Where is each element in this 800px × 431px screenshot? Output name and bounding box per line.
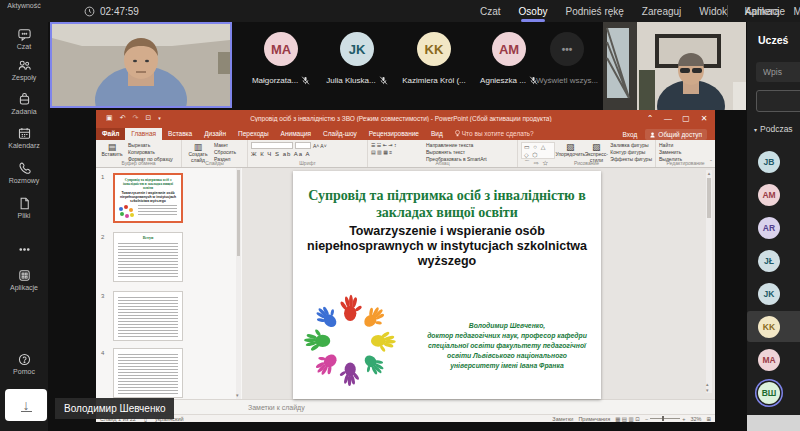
restore-icon[interactable]: ▢ — [677, 114, 695, 123]
start-slideshow-icon[interactable]: ⊡ — [145, 114, 151, 122]
redo-icon[interactable]: ↷ — [133, 114, 139, 122]
save-icon[interactable]: ▣ — [106, 114, 113, 122]
participant-row[interactable]: AM — [747, 179, 800, 210]
zoom-out-icon[interactable]: − — [645, 416, 648, 422]
toolbar-view[interactable]: Widok — [699, 3, 727, 20]
sidebar-item-files[interactable]: Pliki — [0, 196, 48, 219]
participant-tile[interactable]: JK Julia Kluska... — [322, 32, 392, 85]
view-all-tile[interactable]: ••• Wyświetl wszys... — [532, 32, 602, 85]
participant-row[interactable]: MA — [747, 344, 800, 375]
ppt-tab-insert[interactable]: Вставка — [162, 128, 198, 140]
find-button[interactable]: Найти — [659, 142, 682, 148]
video-tile-speaker[interactable] — [50, 22, 232, 108]
ribbon-options-icon[interactable]: ⌃ — [641, 114, 659, 123]
font-size-box[interactable] — [295, 142, 311, 149]
font-style-buttons[interactable]: Ж К Ч S ab Aa A — [251, 151, 364, 157]
copy-button[interactable]: Копировать — [128, 149, 173, 155]
sidebar-item-chat[interactable]: Czat — [0, 27, 48, 50]
ppt-tell-me[interactable]: Что вы хотите сделать? — [449, 128, 540, 140]
participant-row-selected[interactable]: KK — [747, 311, 800, 342]
ppt-tab-home[interactable]: Главная — [125, 128, 162, 140]
paste-button[interactable]: ▤Вставить — [99, 142, 125, 159]
ppt-tab-file[interactable]: Файл — [96, 128, 125, 140]
sidebar-more-button[interactable] — [0, 242, 48, 257]
toolbar-camera[interactable]: Kamera — [744, 3, 779, 20]
sidebar-item-activity[interactable]: Aktywność — [0, 2, 48, 9]
participant-tile[interactable]: MA Małgorzata... — [246, 32, 316, 85]
participant-row[interactable]: AR — [747, 212, 800, 243]
shape-fill-button[interactable]: Заливка фигуры — [610, 142, 652, 148]
comments-toggle[interactable]: Примечания — [578, 416, 610, 422]
ppt-tab-review[interactable]: Рецензирование — [363, 128, 425, 140]
toolbar-raise-hand[interactable]: Podnieś rękę — [565, 3, 623, 20]
minimize-icon[interactable]: — — [659, 114, 677, 123]
ppt-tab-slideshow[interactable]: Слайд-шоу — [317, 128, 363, 140]
participant-row[interactable]: JB — [747, 146, 800, 177]
toolbar-people[interactable]: Osoby — [519, 3, 548, 20]
zoom-control[interactable]: − + — [645, 416, 685, 422]
close-icon[interactable]: ✕ — [695, 114, 713, 123]
alignment-icons[interactable]: ▤ ▥ ▦ ≡ — [371, 149, 423, 155]
in-meeting-section-header[interactable]: ▾ Podczas — [754, 124, 793, 134]
ppt-tab-design[interactable]: Дизайн — [198, 128, 232, 140]
slide-thumbnail-3[interactable] — [113, 291, 183, 341]
participant-search-input[interactable] — [756, 62, 800, 82]
participant-row-speaking[interactable]: ВШ — [747, 377, 800, 408]
view-buttons[interactable]: ▦ ▤ ▥ ⊡ — [615, 416, 640, 422]
participant-tile[interactable]: KK Kazimiera Król (... — [399, 32, 469, 85]
invite-box[interactable] — [756, 90, 800, 112]
zoom-slider[interactable] — [650, 418, 680, 419]
ppt-tab-transitions[interactable]: Переходы — [232, 128, 275, 140]
sidebar-item-calendar[interactable]: Kalendarz — [0, 126, 48, 149]
sidebar-item-apps[interactable]: Aplikacje — [0, 268, 48, 291]
undo-icon[interactable]: ↶ — [120, 114, 126, 122]
text-direction-button[interactable]: Направление текста — [426, 142, 487, 148]
slide-canvas[interactable]: Супровід та підтримка осіб з інвалідніст… — [293, 171, 601, 399]
slide-thumbnail-1[interactable]: Супровід та підтримка осіб з інвалідніст… — [113, 173, 183, 223]
reset-button[interactable]: Сбросить — [214, 149, 236, 155]
layout-button[interactable]: Макет — [214, 142, 236, 148]
thumbnail-scrollbar-thumb[interactable] — [237, 170, 240, 256]
sidebar-item-teams[interactable]: Zespoły — [0, 58, 48, 81]
scroll-down-icon[interactable]: ▾ — [236, 392, 239, 398]
replace-button[interactable]: Заменить — [659, 149, 682, 155]
sidebar-item-assignments[interactable]: Zadania — [0, 92, 48, 115]
ppt-tab-view[interactable]: Вид — [425, 128, 449, 140]
ppt-tab-animations[interactable]: Анимация — [275, 128, 318, 140]
align-text-button[interactable]: Выровнять текст — [426, 149, 487, 155]
zoom-percent[interactable]: 32% — [690, 416, 701, 422]
zoom-in-icon[interactable]: + — [682, 416, 685, 422]
scroll-up-icon[interactable]: ▴ — [708, 170, 711, 176]
font-name-box[interactable] — [251, 142, 293, 149]
sidebar-item-help[interactable]: Pomoc — [0, 352, 48, 375]
slide-thumbnail-4[interactable] — [113, 348, 183, 398]
new-slide-button[interactable]: ▥Создать слайд — [185, 142, 211, 159]
shape-outline-button[interactable]: Контур фигуры — [610, 149, 652, 155]
video-tile-self[interactable] — [603, 22, 746, 110]
qat-customize-icon[interactable]: ▾ — [158, 115, 161, 121]
notes-toggle[interactable]: Заметки — [552, 416, 573, 422]
toolbar-chat[interactable]: Czat — [480, 3, 501, 20]
quick-styles-button[interactable]: ▨Экспресс-стили — [585, 142, 607, 159]
sidebar-item-calls[interactable]: Rozmowy — [0, 161, 48, 184]
slide-scrollbar-thumb[interactable] — [707, 178, 711, 218]
toolbar-mic[interactable]: Mi — [793, 3, 800, 20]
slide-scrollbar[interactable]: ▴ ▴▾ — [706, 170, 712, 393]
zoom-slider-knob[interactable] — [662, 416, 664, 421]
collapse-ribbon-icon[interactable]: ˆ — [710, 159, 712, 165]
ppt-sign-in[interactable]: Вход — [623, 131, 638, 138]
grow-shrink-font-icons[interactable]: A˄ A˅ — [313, 143, 327, 149]
download-desktop-app-button[interactable]: ↓ — [5, 389, 47, 421]
ppt-notes-bar[interactable]: Заметки к слайду — [96, 399, 715, 414]
participant-row[interactable]: JK — [747, 278, 800, 309]
fit-slide-icon[interactable]: ⊞ — [706, 416, 711, 422]
previous-next-slide-buttons[interactable]: ▴▾ — [706, 381, 709, 393]
bullets-numbering-icons[interactable]: ☰ ☱ ⇤ ⇥ ↕ — [371, 142, 423, 148]
participant-row[interactable]: JŁ — [747, 245, 800, 276]
ppt-share-button[interactable]: Общий доступ — [645, 129, 707, 140]
cut-button[interactable]: Вырезать — [128, 142, 173, 148]
shapes-gallery[interactable]: ▭ ○ △ ◇ ⬡⌒ ⇨ ☆ { } — [521, 142, 555, 159]
arrange-button[interactable]: ▧Упорядочить — [558, 142, 582, 159]
slide-thumbnail-2[interactable]: Вступ — [113, 232, 183, 282]
thumbnail-scrollbar[interactable]: ▾ — [236, 168, 241, 399]
